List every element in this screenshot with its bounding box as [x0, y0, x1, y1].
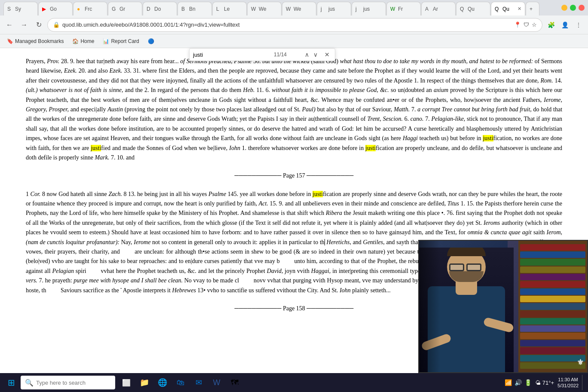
tab-close-icon[interactable]: ✕ [518, 6, 521, 12]
maximize-button[interactable] [570, 5, 576, 11]
tab-jus2[interactable]: j jus [352, 2, 386, 15]
tab-favicon-sy: S [7, 6, 13, 12]
tab-label-jus1: jus [328, 6, 335, 12]
bookmark-extra[interactable]: 🔵 [144, 37, 158, 45]
search-bar: 11/14 ∧ ∨ ✕ [189, 48, 335, 61]
browser-menu-icon[interactable]: ⋮ [573, 19, 585, 31]
address-bar[interactable]: 🔒 quod.lib.umich.edu/e/eebo/A91808.0001.… [47, 18, 542, 32]
tab-favicon-qu1: Q [460, 6, 466, 12]
weather-icon: 🌤 [535, 380, 541, 386]
tab-go[interactable]: ▶ Go [38, 2, 73, 15]
bookmark-home-label: Home [80, 38, 94, 44]
tray-battery-icon[interactable]: 🔋 [524, 379, 532, 386]
tab-label-sy: Sy [15, 6, 21, 12]
tab-jus1[interactable]: j jus [317, 2, 351, 15]
shield-icon: 🛡 [524, 21, 529, 28]
tab-favicon-ar: A [425, 6, 431, 12]
bookmark-report-card-label: Report Card [111, 38, 139, 44]
search-close-button[interactable]: ✕ [323, 50, 331, 59]
page-157-marker: ─────────── Page 157 ─────────── [26, 171, 562, 181]
windows-logo-icon: ⊞ [8, 377, 15, 388]
tab-favicon-fr: W [390, 6, 396, 12]
weather-temp: 71°+ [542, 380, 554, 386]
profile-icon[interactable]: 👤 [559, 19, 571, 31]
tab-do[interactable]: D Do [143, 2, 177, 15]
weather-widget[interactable]: 🌤 71°+ [535, 380, 554, 386]
refresh-button[interactable]: ↻ [33, 19, 45, 31]
tab-qu1[interactable]: Q Qu [456, 2, 490, 15]
bookmark-report-card[interactable]: 📊 Report Card [99, 37, 142, 45]
bookmark-extra-icon: 🔵 [148, 38, 154, 44]
tab-we1[interactable]: W We [247, 2, 282, 15]
bookmark-managed-icon: 🔖 [7, 38, 13, 44]
taskbar-right-area: 📶 🔊 🔋 🌤 71°+ 11:30 AM 5/31/2022 [505, 375, 585, 390]
nav-icons-group: 🧩 👤 ⋮ [545, 19, 585, 31]
search-nav-buttons: ∧ ∨ [303, 50, 319, 59]
tab-bn[interactable]: B Bn [178, 2, 212, 15]
taskbar-search-box[interactable]: 🔍 [21, 376, 115, 389]
tab-label-fr: Fr [398, 6, 403, 12]
tray-volume-icon[interactable]: 🔊 [514, 379, 522, 386]
taskbar-chrome-icon[interactable]: 🌐 [155, 375, 170, 390]
tab-qu2-active[interactable]: Q Qu ✕ [491, 2, 525, 15]
new-tab-icon: + [530, 6, 533, 12]
taskbar-store-icon[interactable]: 🛍 [173, 375, 188, 390]
bookmark-managed[interactable]: 🔖 Managed Bookmarks [3, 37, 67, 45]
bookmark-star-icon[interactable]: ☆ [532, 21, 537, 28]
taskbar-search-input[interactable] [36, 380, 105, 386]
tab-we2[interactable]: W We [282, 2, 316, 15]
video-content: ⚜ [419, 241, 587, 372]
tab-favicon-jus2: j [355, 6, 361, 12]
tab-favicon-gr: G [112, 6, 118, 12]
show-desktop-button[interactable] [582, 375, 585, 390]
title-bar: S Sy ▶ Go ● Frc G Gr D Do B Bn [0, 0, 588, 15]
tab-favicon-frc: ● [77, 6, 83, 12]
taskbar-file-explorer-icon[interactable]: 📁 [137, 375, 152, 390]
bookmark-home[interactable]: 🏠 Home [69, 37, 98, 45]
tab-favicon-bn: B [181, 6, 187, 12]
extensions-icon[interactable]: 🧩 [545, 19, 557, 31]
tab-favicon-do: D [147, 6, 153, 12]
back-button[interactable]: ← [3, 19, 15, 31]
tab-label-go: Go [50, 6, 57, 12]
taskbar-time-display: 11:30 AM [557, 377, 579, 383]
system-tray: 📶 🔊 🔋 [505, 379, 532, 386]
search-next-button[interactable]: ∨ [312, 50, 319, 59]
video-overlay: ⚜ [418, 240, 588, 373]
tab-sy[interactable]: S Sy [3, 2, 38, 15]
start-button[interactable]: ⊞ [3, 375, 19, 390]
tab-favicon-qu2: Q [495, 6, 501, 12]
tab-gr[interactable]: G Gr [108, 2, 142, 15]
tab-label-gr: Gr [119, 6, 125, 12]
tab-label-jus2: jus [363, 6, 370, 12]
tab-ar[interactable]: A Ar [421, 2, 456, 15]
search-input[interactable] [193, 52, 270, 58]
tab-le[interactable]: L Le [212, 2, 247, 15]
close-button[interactable] [579, 5, 585, 11]
taskbar-mail-icon[interactable]: ✉ [191, 375, 206, 390]
bookmark-home-icon: 🏠 [72, 38, 79, 44]
tab-label-frc: Frc [85, 6, 92, 12]
search-count: 11/14 [274, 52, 287, 58]
taskbar-word-icon[interactable]: W [209, 375, 224, 390]
tab-new[interactable]: + [526, 2, 539, 15]
tab-frc[interactable]: ● Frc [73, 2, 107, 15]
taskbar-task-view-icon[interactable]: ⬜ [119, 375, 134, 390]
tray-network-icon[interactable]: 📶 [505, 379, 512, 386]
tab-favicon-go: ▶ [42, 6, 48, 12]
tab-favicon-we2: W [286, 6, 292, 12]
tab-favicon-we1: W [251, 6, 257, 12]
tab-label-qu2: Qu [502, 6, 509, 12]
forward-button[interactable]: → [18, 19, 30, 31]
content-paragraph-1: Prayers, Prov. 28. 9. hee that tur|neth … [26, 57, 562, 162]
search-prev-button[interactable]: ∧ [303, 50, 311, 59]
minimize-button[interactable] [561, 5, 567, 11]
taskbar-search-icon: 🔍 [25, 379, 34, 387]
content-area[interactable]: Prayers, Prov. 28. 9. hee that tur|neth … [0, 48, 588, 392]
taskbar-clock[interactable]: 11:30 AM 5/31/2022 [557, 377, 579, 389]
taskbar-date-display: 5/31/2022 [557, 383, 579, 389]
tab-fr[interactable]: W Fr [386, 2, 421, 15]
taskbar-maps-icon[interactable]: 🗺 [227, 375, 242, 390]
taskbar: ⊞ 🔍 ⬜ 📁 🌐 🛍 ✉ W 🗺 📶 🔊 🔋 [0, 373, 588, 392]
tab-label-le: Le [224, 6, 230, 12]
